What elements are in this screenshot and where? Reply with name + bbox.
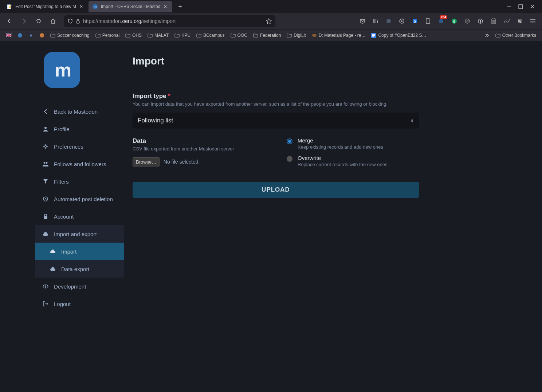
svg-text:G: G [453, 20, 455, 23]
app-menu-icon[interactable] [527, 16, 538, 27]
extension-icon-7[interactable]: W [462, 16, 473, 27]
extension-icon-2[interactable] [396, 16, 407, 27]
svg-point-26 [44, 127, 47, 129]
extension-icon-4[interactable] [423, 16, 433, 27]
lock-icon[interactable] [76, 19, 80, 24]
bookmark-item[interactable]: Copy of #OpenEd22 S… [369, 32, 428, 39]
close-icon[interactable]: ✕ [78, 4, 84, 9]
svg-text:m: m [94, 5, 97, 8]
url-text: https://mastodon.oeru.org/settings/impor… [83, 18, 176, 24]
extension-icon-6[interactable]: G [449, 16, 460, 27]
bookmark-folder[interactable]: Soccer coaching [48, 32, 92, 39]
svg-text:S: S [414, 19, 416, 23]
browser-tab-1[interactable]: m Import - OERu Social - Mastod ✕ [89, 1, 172, 12]
overwrite-option[interactable]: Overwrite Replace current records with t… [287, 155, 419, 167]
nav-follows[interactable]: Follows and followers [35, 155, 124, 173]
extension-icon-11[interactable]: W [514, 16, 525, 27]
extension-icon-3[interactable]: S [409, 16, 420, 27]
minimize-icon[interactable]: ─ [506, 4, 511, 9]
bookmark-icon-4[interactable] [37, 32, 47, 39]
bookmark-icon-3[interactable] [26, 32, 36, 39]
bookmark-icon-1[interactable]: 🇬🇧 [4, 31, 14, 39]
close-window-icon[interactable]: ✕ [530, 4, 535, 9]
nav-label: Import [61, 248, 77, 255]
bookmark-item[interactable]: D: Materials Page - re… [310, 32, 368, 39]
svg-text:W: W [466, 20, 469, 23]
extension-icon-5[interactable]: 234 [436, 16, 447, 27]
extension-icon-10[interactable] [501, 16, 512, 27]
bookmark-folder[interactable]: OOC [228, 32, 250, 39]
other-bookmarks-folder[interactable]: Other Bookmarks [493, 32, 538, 39]
nav-profile[interactable]: Profile [35, 120, 124, 138]
nav-account[interactable]: Account [35, 208, 124, 225]
cloud-upload-icon [50, 249, 56, 254]
nav-data-export[interactable]: Data export [35, 260, 124, 278]
file-status: No file selected. [164, 159, 200, 165]
mastodon-logo[interactable]: m [44, 52, 80, 88]
library-icon[interactable] [370, 16, 381, 27]
url-bar[interactable]: https://mastodon.oeru.org/settings/impor… [64, 15, 275, 27]
nav-preferences[interactable]: Preferences [35, 138, 124, 155]
bookmark-folder[interactable]: Federation [251, 32, 283, 39]
upload-button[interactable]: UPLOAD [133, 182, 419, 198]
merge-label: Merge [298, 137, 383, 144]
shield-icon[interactable] [68, 19, 73, 24]
svg-point-27 [45, 146, 47, 148]
bookmark-folder[interactable]: Personal [93, 32, 122, 39]
svg-rect-25 [372, 36, 374, 37]
logout-icon [42, 301, 49, 306]
bookmark-folder[interactable]: OHS [123, 32, 144, 39]
svg-point-20 [40, 33, 44, 38]
bookmark-star-icon[interactable] [266, 18, 272, 24]
cloud-icon [42, 232, 49, 236]
nav-label: Account [54, 213, 74, 220]
browse-button[interactable]: Browse… [133, 157, 160, 166]
bookmark-icon-2[interactable] [15, 32, 25, 39]
browser-tab-0[interactable]: 📝 Edit Post "Migrating to a new M ✕ [3, 1, 88, 12]
nav-label: Development [54, 283, 86, 290]
home-button[interactable] [47, 15, 59, 27]
svg-point-28 [44, 162, 46, 164]
nav-label: Follows and followers [54, 161, 106, 167]
nav-import[interactable]: Import [35, 243, 124, 260]
pocket-icon[interactable] [357, 16, 368, 27]
close-icon[interactable]: ✕ [162, 4, 168, 9]
bookmark-folder[interactable]: BCcampus [194, 32, 227, 39]
maximize-icon[interactable]: ☐ [518, 4, 523, 9]
data-label: Data [133, 137, 265, 145]
svg-point-3 [386, 19, 391, 23]
forward-button[interactable] [18, 15, 30, 27]
bookmark-folder[interactable]: KPU [172, 32, 193, 39]
nav-filters[interactable]: Filters [35, 173, 124, 190]
browser-toolbar: https://mastodon.oeru.org/settings/impor… [0, 13, 542, 29]
extension-icon-1[interactable] [383, 16, 394, 27]
reload-button[interactable] [33, 15, 44, 27]
svg-point-8 [439, 19, 443, 23]
import-type-select[interactable]: Following list ▲▼ [133, 113, 419, 129]
nav-label: Preferences [54, 144, 83, 150]
cloud-download-icon [50, 267, 56, 271]
extension-icon-8[interactable] [475, 16, 486, 27]
svg-rect-24 [372, 35, 375, 36]
bookmarks-overflow-icon[interactable] [484, 33, 490, 38]
new-tab-button[interactable]: + [175, 1, 185, 12]
nav-development[interactable]: Development [35, 278, 124, 295]
import-type-label: Import type * [133, 93, 419, 100]
nav-label: Filters [54, 179, 69, 185]
tab-favicon: 📝 [7, 4, 12, 9]
page-body: m Back to Mastodon Profile Preferences F… [0, 41, 542, 392]
nav-back-to-mastodon[interactable]: Back to Mastodon [35, 103, 124, 120]
settings-sidebar: m Back to Mastodon Profile Preferences F… [0, 41, 124, 392]
overwrite-label: Overwrite [298, 155, 387, 161]
svg-point-21 [312, 34, 317, 37]
back-button[interactable] [4, 15, 15, 27]
bookmark-folder[interactable]: MALAT [145, 32, 171, 39]
nav-logout[interactable]: Logout [35, 295, 124, 313]
nav-import-export[interactable]: Import and export [35, 225, 124, 243]
nav-automated-deletion[interactable]: Automated post deletion [35, 190, 124, 208]
extension-icon-9[interactable] [488, 16, 499, 27]
page-title: Import [133, 55, 419, 67]
merge-hint: Keep existing records and add new ones [298, 144, 383, 150]
bookmark-folder[interactable]: DigiLit [284, 32, 308, 39]
merge-option[interactable]: Merge Keep existing records and add new … [287, 137, 419, 150]
